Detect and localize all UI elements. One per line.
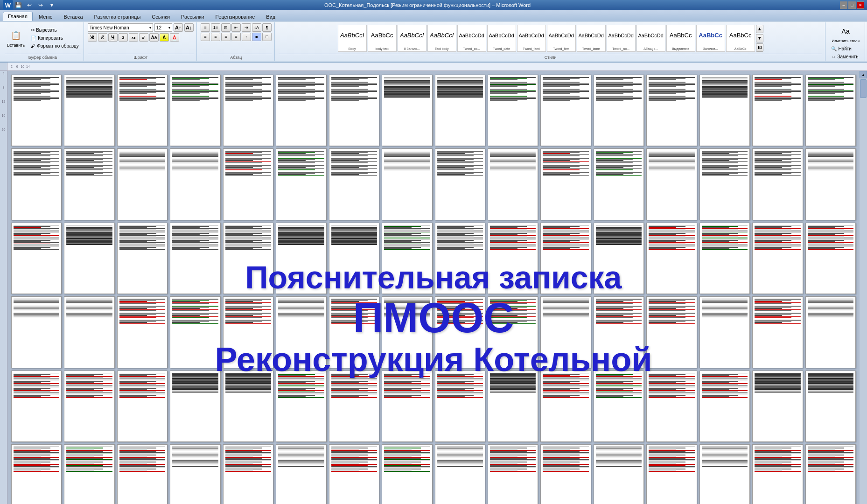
page-thumb[interactable] [488,223,538,294]
undo-quick-btn[interactable]: ↩ [25,1,34,9]
style-heading[interactable]: AaBbCcI 0 Заголо... [398,25,427,52]
justify-btn[interactable]: ≡ [231,33,241,41]
page-thumb[interactable] [805,75,856,146]
page-thumb[interactable] [540,296,591,368]
page-thumb[interactable] [223,444,273,504]
page-thumb[interactable] [117,371,168,442]
page-thumb[interactable] [117,148,168,220]
replace-button[interactable]: ↔ Заменить [829,53,860,60]
font-name-selector[interactable]: Times New Roman ▾ [88,23,153,32]
page-thumb[interactable] [382,371,432,442]
decrease-indent-btn[interactable]: ⇤ [231,23,241,32]
increase-indent-btn[interactable]: ⇥ [242,23,251,32]
page-thumb[interactable] [117,223,168,294]
page-thumb[interactable] [11,148,62,220]
style-body[interactable]: AaBbCcI Body [338,25,367,52]
page-thumb[interactable] [594,371,644,442]
ribbon-tab-page-layout[interactable]: Разметка страницы [89,12,146,21]
styles-scroll-down[interactable]: ▼ [756,34,763,42]
page-thumb[interactable] [646,223,697,294]
subscript-btn[interactable]: x₂ [129,33,138,42]
shrink-font-btn[interactable]: A↓ [184,23,194,32]
page-thumb[interactable] [170,75,220,146]
font-size-selector[interactable]: 12 ▾ [154,23,172,32]
ribbon-tab-mailings[interactable]: Рассылки [176,12,209,21]
page-thumb[interactable] [223,296,273,368]
page-thumb[interactable] [329,148,379,220]
page-thumb[interactable] [752,371,803,442]
page-thumb[interactable] [64,75,114,146]
sort-btn[interactable]: ↕A [252,23,261,32]
page-thumb[interactable] [805,148,856,220]
page-thumb[interactable] [805,444,856,504]
page-thumb[interactable] [276,148,326,220]
page-thumb[interactable] [435,148,485,220]
page-thumb[interactable] [752,148,803,220]
page-thumb[interactable] [540,223,591,294]
page-thumb[interactable] [276,75,326,146]
page-thumb[interactable] [64,148,114,220]
style-abzac[interactable]: AaBbCcDd Абзац с... [636,25,665,52]
page-thumb[interactable] [699,296,750,368]
page-thumb[interactable] [223,223,273,294]
page-thumb[interactable] [329,296,379,368]
page-thumb[interactable] [540,75,591,146]
superscript-btn[interactable]: x² [139,33,148,42]
style-tword-izme[interactable]: AaBbCcDd Tword_izme [577,25,606,52]
page-thumb[interactable] [540,444,591,504]
page-thumb[interactable] [699,371,750,442]
close-btn[interactable]: ✕ [857,1,864,9]
page-thumb[interactable] [329,371,379,442]
page-thumb[interactable] [435,296,485,368]
highlight-btn[interactable]: А [160,33,169,42]
ribbon-tab-review[interactable]: Рецензирование [210,12,260,21]
cut-button[interactable]: ✂ Вырезать [29,27,81,34]
page-thumb[interactable] [699,148,750,220]
page-thumb[interactable] [64,371,114,442]
style-tword-no[interactable]: AaBbCcDd Tword_no... [607,25,636,52]
styles-scroll-up[interactable]: ▲ [756,25,763,33]
ribbon-tab-insert[interactable]: Вставка [59,12,88,21]
copy-button[interactable]: 📄 Копировать [29,35,81,42]
scroll-up-btn[interactable]: ▲ [860,71,867,78]
page-thumb[interactable] [699,75,750,146]
page-thumb[interactable] [752,444,803,504]
page-thumb[interactable] [435,223,485,294]
style-highlight[interactable]: AaBbCc Выделение [666,25,695,52]
page-thumb[interactable] [276,371,326,442]
page-thumb[interactable] [170,296,220,368]
border-btn[interactable]: □ [262,33,272,41]
page-thumb[interactable] [170,444,220,504]
page-thumb[interactable] [64,296,114,368]
page-thumb[interactable] [170,148,220,220]
vertical-scrollbar[interactable]: ▲ ▼ [860,71,867,504]
numbering-btn[interactable]: 1≡ [211,23,220,32]
page-thumb[interactable] [64,444,114,504]
page-thumb[interactable] [646,75,697,146]
page-thumb[interactable] [11,444,62,504]
qa-dropdown-btn[interactable]: ▾ [48,1,56,9]
italic-btn[interactable]: К [98,33,107,42]
page-thumb[interactable] [382,75,432,146]
page-thumb[interactable] [329,444,379,504]
redo-quick-btn[interactable]: ↪ [36,1,45,9]
page-thumb[interactable] [435,371,485,442]
page-thumb[interactable] [488,75,538,146]
page-thumb[interactable] [752,223,803,294]
page-thumb[interactable] [170,223,220,294]
bold-btn[interactable]: Ж [88,33,97,42]
shading-btn[interactable]: ■ [252,33,261,41]
maximize-btn[interactable]: □ [848,1,856,9]
style-text-body[interactable]: AaBbCcI Text body [427,25,456,52]
align-right-btn[interactable]: ≡ [221,33,231,41]
style-last[interactable]: AaBbCc AaBbCc [726,25,755,52]
page-thumb[interactable] [276,444,326,504]
page-thumb[interactable] [117,296,168,368]
page-thumb[interactable] [540,371,591,442]
grow-font-btn[interactable]: A↑ [174,23,183,32]
page-thumb[interactable] [805,223,856,294]
page-thumb[interactable] [488,148,538,220]
page-thumb[interactable] [752,296,803,368]
minimize-btn[interactable]: – [840,1,847,9]
page-thumb[interactable] [382,444,432,504]
